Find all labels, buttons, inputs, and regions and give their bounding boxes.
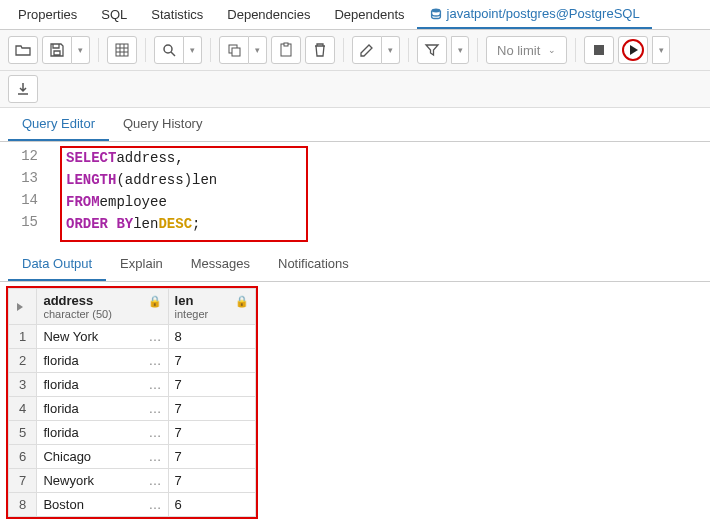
cell-len[interactable]: 7 [168, 349, 255, 373]
separator [98, 38, 99, 62]
table-row[interactable]: 6Chicago…7 [9, 445, 256, 469]
cell-address[interactable]: New York… [37, 325, 168, 349]
separator [477, 38, 478, 62]
cell-len[interactable]: 6 [168, 493, 255, 517]
table-row[interactable]: 2florida…7 [9, 349, 256, 373]
cell-len[interactable]: 7 [168, 421, 255, 445]
database-icon [429, 7, 443, 21]
line-number: 12 [0, 148, 50, 164]
grid-button[interactable] [107, 36, 137, 64]
svg-rect-4 [232, 48, 240, 56]
result-highlight-box: address character (50) 🔒 len integer 🔒 1… [6, 286, 258, 519]
toolbar: ▾ ▾ ▾ ▾ ▾ No limit⌄ ▾ [0, 30, 710, 71]
copy-icon [226, 42, 242, 58]
paste-button[interactable] [271, 36, 301, 64]
play-icon [15, 302, 30, 312]
tab-notifications[interactable]: Notifications [264, 248, 363, 281]
lock-icon: 🔒 [148, 295, 162, 308]
tab-dependencies[interactable]: Dependencies [215, 1, 322, 28]
open-file-button[interactable] [8, 36, 38, 64]
cell-address[interactable]: Chicago… [37, 445, 168, 469]
cell-len[interactable]: 7 [168, 397, 255, 421]
cell-address[interactable]: florida… [37, 349, 168, 373]
cell-address[interactable]: florida… [37, 397, 168, 421]
limit-select[interactable]: No limit⌄ [486, 36, 567, 64]
save-button[interactable] [42, 36, 72, 64]
corner-cell[interactable] [9, 289, 37, 325]
line-number: 13 [0, 170, 50, 186]
copy-button[interactable] [219, 36, 249, 64]
table-row[interactable]: 4florida…7 [9, 397, 256, 421]
copy-dropdown[interactable]: ▾ [249, 36, 267, 64]
limit-label: No limit [497, 43, 540, 58]
tab-query-history[interactable]: Query History [109, 108, 216, 141]
sql-editor[interactable]: 12 13 14 15 SELECT address, LENGTH(addre… [0, 142, 710, 246]
tab-statistics[interactable]: Statistics [139, 1, 215, 28]
tab-connection[interactable]: javatpoint/postgres@PostgreSQL [417, 0, 652, 29]
table-row[interactable]: 7Newyork…7 [9, 469, 256, 493]
row-number[interactable]: 8 [9, 493, 37, 517]
separator [408, 38, 409, 62]
cell-len[interactable]: 8 [168, 325, 255, 349]
tab-dependents[interactable]: Dependents [322, 1, 416, 28]
search-dropdown[interactable]: ▾ [184, 36, 202, 64]
chevron-down-icon: ▾ [388, 45, 393, 55]
cell-address[interactable]: Boston… [37, 493, 168, 517]
tab-query-editor[interactable]: Query Editor [8, 108, 109, 141]
row-number[interactable]: 1 [9, 325, 37, 349]
result-grid[interactable]: address character (50) 🔒 len integer 🔒 1… [8, 288, 256, 517]
search-icon [161, 42, 177, 58]
stop-icon [592, 43, 606, 57]
sql-keyword: FROM [66, 194, 100, 210]
delete-button[interactable] [305, 36, 335, 64]
edit-icon [359, 42, 375, 58]
separator [575, 38, 576, 62]
svg-rect-7 [594, 45, 604, 55]
table-row[interactable]: 8Boston…6 [9, 493, 256, 517]
filter-button[interactable] [417, 36, 447, 64]
tab-properties[interactable]: Properties [6, 1, 89, 28]
sql-text: ; [192, 216, 200, 232]
tab-explain[interactable]: Explain [106, 248, 177, 281]
table-row[interactable]: 5florida…7 [9, 421, 256, 445]
cell-len[interactable]: 7 [168, 469, 255, 493]
table-row[interactable]: 1New York…8 [9, 325, 256, 349]
tab-data-output[interactable]: Data Output [8, 248, 106, 281]
column-header-len[interactable]: len integer 🔒 [168, 289, 255, 325]
line-number: 15 [0, 214, 50, 230]
row-number[interactable]: 6 [9, 445, 37, 469]
chevron-down-icon: ▾ [458, 45, 463, 55]
stop-button[interactable] [584, 36, 614, 64]
save-dropdown[interactable]: ▾ [72, 36, 90, 64]
cell-address[interactable]: florida… [37, 373, 168, 397]
download-button[interactable] [8, 75, 38, 103]
table-row[interactable]: 3florida…7 [9, 373, 256, 397]
lock-icon: 🔒 [235, 295, 249, 308]
svg-rect-1 [116, 44, 128, 56]
separator [210, 38, 211, 62]
execute-button[interactable] [618, 36, 648, 64]
cell-address[interactable]: Newyork… [37, 469, 168, 493]
edit-button[interactable] [352, 36, 382, 64]
svg-point-2 [164, 45, 172, 53]
tab-sql[interactable]: SQL [89, 1, 139, 28]
cell-address[interactable]: florida… [37, 421, 168, 445]
tab-messages[interactable]: Messages [177, 248, 264, 281]
edit-dropdown[interactable]: ▾ [382, 36, 400, 64]
filter-dropdown[interactable]: ▾ [451, 36, 469, 64]
cell-len[interactable]: 7 [168, 445, 255, 469]
tab-connection-label: javatpoint/postgres@PostgreSQL [447, 6, 640, 21]
row-number[interactable]: 7 [9, 469, 37, 493]
row-number[interactable]: 5 [9, 421, 37, 445]
toolbar-row2 [0, 71, 710, 108]
row-number[interactable]: 4 [9, 397, 37, 421]
search-button[interactable] [154, 36, 184, 64]
separator [343, 38, 344, 62]
sql-keyword: ORDER BY [66, 216, 133, 232]
chevron-down-icon: ▾ [255, 45, 260, 55]
row-number[interactable]: 2 [9, 349, 37, 373]
row-number[interactable]: 3 [9, 373, 37, 397]
cell-len[interactable]: 7 [168, 373, 255, 397]
execute-dropdown[interactable]: ▾ [652, 36, 670, 64]
column-header-address[interactable]: address character (50) 🔒 [37, 289, 168, 325]
